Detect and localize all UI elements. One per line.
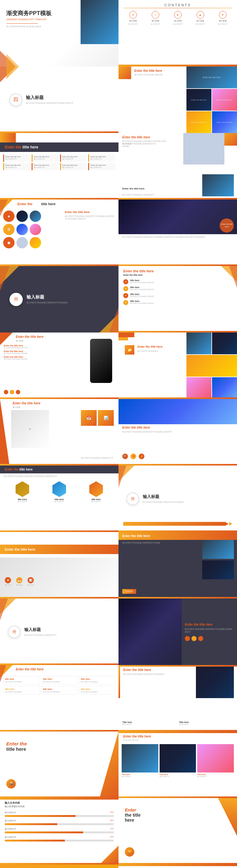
accent-tr (225, 133, 237, 146)
item-text-2: title here 输入内容文字在此处输入您的内容 (130, 286, 154, 290)
bottom-circles (4, 390, 20, 394)
icon-5: ✦ (219, 11, 227, 19)
s21-cell-title-4: title here (5, 688, 37, 690)
photo-bl2: Enter the title here (186, 111, 211, 133)
tri-s11 (0, 333, 12, 345)
cover-image (81, 0, 119, 44)
s24-p3 (197, 744, 234, 773)
hex-label-2: title here (51, 498, 67, 500)
item-4-label: 输入标题 (191, 20, 209, 22)
s18-photo-1 (202, 540, 234, 559)
bar-4-label: 输入内容文字 (5, 836, 16, 839)
slide-enter-list: Enter the title here title here 输入内容文字在此… (0, 665, 119, 732)
slide-contents: CONTENTS ① 输入标题 输入内容文字 ☆ 输入标题 输入内容文字 ♦ 输… (119, 0, 237, 66)
s14-icon-1: 🔍 (122, 454, 128, 459)
content-rows: Enter the title here输入内容文字 Enter the tit… (3, 154, 115, 170)
s12-p3 (186, 355, 237, 377)
slide-night-title: Enter the title here 输入内容文字在此处输入您的内容文字在此… (119, 598, 237, 665)
text-item-title-2: Enter the title here (4, 350, 51, 352)
box1: 📅 (81, 410, 97, 426)
icon-grid-item-8 (17, 237, 28, 248)
slide6-photo-1 (183, 133, 225, 164)
icon-1: ① (129, 11, 137, 19)
s24-p2 (160, 744, 196, 773)
dark-bar-title-orange: Enter the (5, 145, 21, 149)
s20-dot-1 (185, 636, 190, 641)
photo-bl: Enter the title here (186, 89, 211, 111)
item-icon-2: ✦ (123, 286, 128, 291)
s22-item-desc-1: 输入内容文字 (122, 723, 177, 725)
slide7-title-dark: title here (41, 202, 56, 206)
banner-title: Enter the title here (5, 548, 35, 551)
photo-label-4: Enter the title here (191, 121, 207, 123)
slide-icon-grid: Enter the title here ♠ ⚙ ◉ Enter the tit… (0, 199, 119, 266)
text-item-desc-3: 输入内容文字在此处输入您的内容 (4, 358, 51, 360)
section-dark-area: 卅 输入标题 输入内容文字在此处输入您的内容文字在此处输入 (9, 293, 68, 306)
thanks-photo (0, 865, 119, 868)
slide13-title: Enter the title here (12, 402, 41, 405)
bar-2: 输入内容文字 48% (5, 819, 114, 825)
slide-hexagons: Enter the title here 输入内容文字在此处输入您的内容文字在此… (0, 466, 119, 532)
slide-photo-text: Enter the title here 输入内容文字在此处输入您的内容文字内容… (119, 133, 237, 199)
cover-divider (6, 23, 38, 24)
section19-num: 卅 (8, 626, 21, 638)
main-title: Enter the title here (134, 69, 162, 72)
box2: 📊 (98, 410, 114, 426)
s17-circle-1: ❤ (5, 577, 11, 583)
contents-item-3: ♦ 输入标题 输入内容文字 (169, 11, 186, 25)
section-number: 四 (9, 94, 22, 106)
s22-item-1: Title here 输入内容文字 (122, 721, 177, 725)
slide13-right-text: 输入内容文字在此处输入您的内容文字 (81, 457, 114, 459)
s12-p2 (212, 333, 237, 354)
bar-1-label: 输入内容文字 (5, 811, 16, 814)
hex-desc-1: 输入内容文字 (15, 500, 30, 502)
arch-icon: 🏛 (29, 428, 31, 431)
slide11-title: Enter the title here (16, 335, 44, 339)
contents-item-4: ▲ 输入标题 输入内容文字 (191, 11, 209, 25)
hex-item-1: title here 输入内容文字 (15, 481, 30, 502)
s21-cell-desc-3: 输入内容文字在此处输入 (81, 681, 113, 683)
s28-top-bar (119, 865, 237, 866)
s26-title-area: Enter the title here (125, 807, 141, 823)
bar-2-track (5, 823, 114, 825)
cell-1: Enter the title here输入内容文字 (3, 154, 30, 162)
cell-7: Enter the title here输入内容文字 (60, 163, 87, 170)
s21-cell-desc-1: 输入内容文字在此处输入 (5, 681, 37, 683)
item-title-1: title here (130, 279, 154, 281)
text-item-title-3: Enter the title here (4, 356, 51, 358)
s20-title: Enter the title here (185, 623, 234, 626)
item-title-4: title here (130, 300, 154, 302)
arrow-row (123, 522, 232, 526)
s18-photo-2 (202, 560, 234, 579)
slide13-sub: 输入标题 (12, 406, 20, 409)
item-3-desc: 输入内容文字 (169, 23, 186, 25)
s22-photo (196, 666, 234, 698)
bar-4-pct: 55% (110, 836, 114, 839)
item-2-label: 输入标题 (147, 20, 164, 22)
item-icon-1: ✦ (123, 279, 128, 284)
slide-night-city: Enter the title here 输入内容文字在此处输入您的内容文字在此… (119, 199, 237, 266)
icon-grid: ♠ ⚙ ◉ (3, 211, 41, 248)
s26-enter: Enter (125, 807, 141, 812)
slide-section-city: 卅 输入标题 输入内容文字在此处输入您的内容文字 (0, 598, 119, 665)
row-1: Enter the title here输入内容文字 Enter the tit… (3, 154, 115, 162)
hex-item-3: title here 输入内容文字 (88, 481, 104, 502)
slide21-grid: title here 输入内容文字在此处输入 title here 输入内容文字… (3, 676, 115, 695)
section-num-dark: 卅 (9, 293, 23, 306)
accent-top (119, 333, 134, 337)
text-item-3: Enter the title here 输入内容文字在此处输入您的内容 (4, 356, 51, 360)
s21-cell-5: title here 输入内容文字在此处输入 (41, 686, 77, 695)
slide18-btn[interactable]: 点击更多 (122, 589, 136, 594)
cell-4: Enter the title here输入内容文字 (88, 154, 115, 162)
s25-top-bar (0, 798, 119, 800)
slide10-items: ✦ title here 输入内容文字在此处输入您的内容 ✦ title her… (123, 279, 232, 305)
s23-title-dark: title here (6, 746, 27, 752)
orange-bar-left (0, 133, 16, 143)
s21-cell-title-5: title here (43, 688, 76, 690)
cover-desc: 输入演讲者名称和日期 在此处输入副标题 (6, 25, 41, 28)
item-desc-4: 输入内容文字在此处输入您的内容 (130, 302, 154, 304)
slide13-desc: 输入内容文字在此处输入您的内容文字 (81, 457, 114, 459)
bar-2-pct: 48% (110, 819, 114, 822)
bar-1-track (5, 815, 114, 817)
item-row-3: ✦ title here 输入内容文字在此处输入您的内容 (123, 293, 232, 298)
